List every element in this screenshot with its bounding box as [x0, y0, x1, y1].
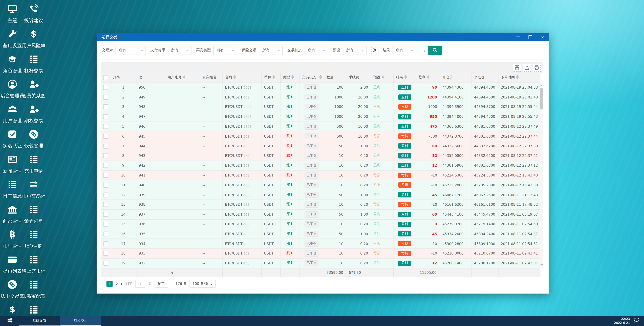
- shortcut-user-plus[interactable]: 会员关系图: [23, 75, 44, 100]
- cell-order-time: 2021-08-12 22:37:21: [498, 151, 540, 161]
- shortcut-list[interactable]: 杠杆交易: [23, 50, 44, 75]
- shortcut-newspaper[interactable]: 新闻管理: [2, 150, 23, 175]
- page-2-button[interactable]: 2: [116, 282, 118, 286]
- shortcut-user-circle[interactable]: 后台管理员: [2, 75, 23, 100]
- sort-icon[interactable]: [290, 75, 294, 79]
- header-12-sortable[interactable]: 结果: [394, 73, 416, 82]
- sort-icon[interactable]: [232, 75, 236, 79]
- scrollbar-thumb[interactable]: [540, 88, 543, 109]
- cell-account: [165, 141, 200, 151]
- shortcut-check-square[interactable]: 实名认证: [2, 125, 23, 150]
- row-checkbox[interactable]: [103, 104, 108, 109]
- chat-bubble-icon[interactable]: [633, 317, 640, 325]
- cell-fee: 20.00: [346, 102, 371, 112]
- shortcut-wrench[interactable]: 基础设置: [2, 25, 23, 50]
- columns-button[interactable]: [513, 64, 521, 72]
- sort-icon[interactable]: [403, 75, 407, 79]
- shortcut-list[interactable]: 充币申请: [23, 150, 44, 175]
- type-badge: 涨↑: [286, 163, 293, 167]
- scroll-up-arrow-icon[interactable]: [540, 84, 543, 86]
- sort-icon[interactable]: [318, 75, 322, 79]
- prev-page-button[interactable]: ‹: [102, 281, 104, 287]
- shortcut-users[interactable]: 用户管理: [2, 100, 23, 125]
- header-5-sortable[interactable]: 合约: [222, 73, 261, 82]
- row-checkbox[interactable]: [103, 173, 108, 178]
- start-button[interactable]: [0, 316, 19, 326]
- sort-icon[interactable]: [271, 75, 275, 79]
- row-checkbox[interactable]: [103, 114, 108, 119]
- table-scrollbar[interactable]: [540, 82, 543, 268]
- row-checkbox[interactable]: [103, 124, 108, 129]
- row-checkbox[interactable]: [103, 134, 108, 139]
- filter-select[interactable]: 所有: [213, 46, 237, 55]
- row-checkbox[interactable]: [103, 212, 108, 217]
- preset-settings-button[interactable]: [371, 46, 378, 55]
- shortcut-list[interactable]: IEO认购: [23, 225, 44, 250]
- row-checkbox[interactable]: [103, 183, 108, 187]
- search-button[interactable]: [428, 46, 442, 55]
- expand-filters-button[interactable]: ∨: [421, 46, 428, 55]
- header-13-sortable[interactable]: 盈利: [416, 73, 440, 82]
- sort-icon[interactable]: [182, 75, 185, 79]
- row-checkbox[interactable]: [103, 85, 108, 90]
- result-select[interactable]: 所有: [392, 46, 416, 55]
- cell-index: 8: [110, 151, 136, 161]
- filter-select[interactable]: 所有: [168, 46, 192, 55]
- filter-select[interactable]: 所有: [343, 46, 367, 55]
- shortcut-dollar[interactable]: $用户风险率: [23, 25, 44, 50]
- row-checkbox[interactable]: [103, 232, 108, 236]
- page-1-button[interactable]: 1: [107, 281, 113, 287]
- minimize-button[interactable]: [512, 33, 524, 41]
- row-checkbox[interactable]: [103, 95, 108, 99]
- close-button[interactable]: ×: [536, 33, 548, 41]
- header-8-sortable[interactable]: 交易状态..: [299, 73, 324, 82]
- row-checkbox[interactable]: [103, 222, 108, 227]
- row-checkbox[interactable]: [103, 153, 108, 158]
- filter-select[interactable]: 所有: [116, 46, 146, 55]
- print-button[interactable]: [533, 64, 541, 72]
- header-7-sortable[interactable]: 类型: [280, 73, 299, 82]
- header-16-sortable[interactable]: 下单时间: [498, 73, 540, 82]
- header-11-sortable[interactable]: 预设: [371, 73, 394, 82]
- shortcut-phone[interactable]: 投诉建议: [23, 0, 44, 25]
- shortcut-bank[interactable]: 商家管理: [2, 200, 23, 225]
- taskbar-clock[interactable]: 22:23 2022-6-21: [614, 317, 630, 325]
- row-checkbox[interactable]: [103, 144, 108, 148]
- shortcut-chain-circle[interactable]: 钱包管理: [23, 125, 44, 150]
- maximize-button[interactable]: [524, 33, 536, 41]
- shortcut-list[interactable]: 币赢宝配置: [23, 276, 44, 301]
- filter-select[interactable]: 所有: [304, 46, 328, 55]
- taskbar-task[interactable]: 期权交易: [60, 316, 101, 326]
- shortcut-grad-cap[interactable]: 角色管理: [2, 50, 23, 75]
- scroll-down-arrow-icon[interactable]: [540, 265, 543, 267]
- shortcut-monitor[interactable]: 主题: [2, 0, 23, 25]
- header-6-sortable[interactable]: 币种: [261, 73, 280, 82]
- filter-select[interactable]: 所有: [259, 46, 283, 55]
- row-checkbox[interactable]: [103, 163, 108, 168]
- row-checkbox[interactable]: [103, 261, 108, 266]
- shortcut-card[interactable]: 提币列表: [2, 250, 23, 275]
- row-checkbox[interactable]: [103, 192, 108, 197]
- export-button[interactable]: [523, 64, 531, 72]
- sort-icon[interactable]: [426, 75, 429, 79]
- page-size-select[interactable]: 100 条/页 ∨: [190, 280, 216, 288]
- shortcut-chain-circle[interactable]: 法币交易需: [2, 276, 23, 301]
- select-all-checkbox[interactable]: [103, 75, 108, 80]
- shortcut-label: 币种管理: [3, 243, 22, 249]
- shortcut-bitcoin[interactable]: B币种管理: [2, 225, 23, 250]
- shortcut-swap[interactable]: 币币交易记: [23, 175, 44, 200]
- shortcut-list[interactable]: 日志信息: [2, 175, 23, 200]
- taskbar-task[interactable]: 基础设置: [19, 316, 60, 326]
- header-3-sortable[interactable]: 用户账号: [165, 73, 200, 82]
- shortcut-user-plus[interactable]: 期权交易: [23, 100, 44, 125]
- row-checkbox[interactable]: [103, 241, 108, 246]
- goto-page-input[interactable]: 1: [136, 280, 145, 288]
- shortcut-list[interactable]: 锁仓订单: [23, 200, 44, 225]
- confirm-button[interactable]: 确定: [154, 280, 168, 288]
- sort-icon[interactable]: [380, 75, 384, 79]
- row-checkbox[interactable]: [103, 251, 108, 256]
- next-page-button[interactable]: ›: [121, 281, 122, 287]
- sort-icon[interactable]: [515, 75, 518, 79]
- row-checkbox[interactable]: [103, 202, 108, 207]
- shortcut-list[interactable]: 链上充币记: [23, 250, 44, 275]
